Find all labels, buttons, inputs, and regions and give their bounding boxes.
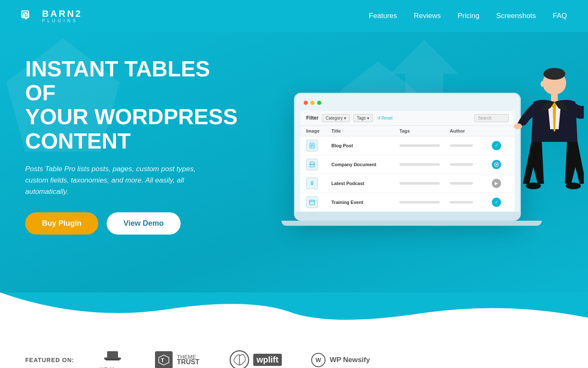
row-title-doc: Company Document — [331, 162, 399, 167]
logo-wplift: wplift — [229, 350, 282, 368]
nav-features[interactable]: Features — [369, 12, 397, 20]
hero-right: Filter Category ▾ Tags ▾ ↺ Reset Search … — [260, 66, 563, 226]
wp-mayor-icon — [102, 347, 123, 364]
dot-yellow — [310, 101, 315, 105]
laptop-mockup: Filter Category ▾ Tags ▾ ↺ Reset Search … — [294, 93, 529, 226]
reset-btn[interactable]: ↺ Reset — [377, 116, 393, 120]
col-title: Title ↑ — [331, 128, 399, 133]
row-title-event: Training Event — [331, 200, 399, 205]
wplift-badge: wplift — [253, 354, 282, 366]
brand-subtitle: PLUGINS — [42, 18, 82, 23]
hero-left: INSTANT TABLES OF YOUR WORDPRESS CONTENT… — [25, 57, 244, 235]
nav-faq[interactable]: FAQ — [553, 12, 567, 20]
svg-point-12 — [496, 164, 497, 165]
nav-pricing[interactable]: Pricing — [458, 12, 480, 20]
logo-wp-mayor: WP Mayor — [100, 347, 126, 368]
svg-rect-15 — [310, 200, 315, 205]
svg-text:T: T — [161, 357, 164, 363]
main-nav: Features Reviews Pricing Screenshots FAQ — [369, 12, 567, 20]
tags-filter[interactable]: Tags ▾ — [353, 114, 373, 122]
featured-section: FEATURED ON: WP Mayor T THEME T — [0, 326, 588, 368]
row-tags-bar-4 — [399, 201, 440, 204]
wplift-icon — [229, 350, 250, 368]
table-header: Image Title ↑ Tags Author — [300, 126, 514, 136]
laptop-base — [295, 212, 520, 219]
hero-section: INSTANT TABLES OF YOUR WORDPRESS CONTENT… — [0, 32, 588, 326]
svg-point-25 — [526, 183, 541, 189]
wpnewsify-icon: W — [311, 353, 326, 367]
hero-content: INSTANT TABLES OF YOUR WORDPRESS CONTENT… — [0, 32, 588, 293]
row-title-podcast: Latest Podcast — [331, 181, 399, 186]
row-tags-bar-1 — [399, 144, 440, 147]
svg-rect-29 — [105, 359, 120, 360]
logo-wpnewsify: W WP Newsify — [311, 353, 370, 367]
row-author-bar-1 — [450, 144, 473, 147]
laptop-foot — [281, 221, 542, 226]
row-icon-pdf: PDF — [306, 159, 318, 170]
person-illustration — [500, 58, 584, 217]
col-author: Author — [450, 128, 492, 133]
row-icon-blog — [306, 140, 318, 151]
table-row: Latest Podcast ▶ — [300, 174, 514, 193]
svg-point-13 — [311, 181, 313, 183]
svg-point-24 — [514, 123, 522, 129]
svg-point-26 — [566, 183, 581, 189]
row-title-blog: Blog Post — [331, 143, 399, 148]
svg-point-20 — [543, 68, 565, 80]
logo[interactable]: BARN2 PLUGINS — [21, 8, 82, 24]
nav-screenshots[interactable]: Screenshots — [496, 12, 536, 20]
table-row: PDF Company Document — [300, 155, 514, 174]
row-icon-event — [306, 196, 318, 208]
logo-themetrust: T THEME TRUST — [155, 351, 199, 368]
hero-description: Posts Table Pro lists posts, pages, cust… — [25, 163, 210, 198]
laptop-screen: Filter Category ▾ Tags ▾ ↺ Reset Search … — [300, 111, 514, 212]
row-tags-bar-2 — [399, 163, 440, 166]
svg-text:PDF: PDF — [310, 163, 315, 166]
themetrust-text: THEME TRUST — [177, 354, 199, 366]
col-image: Image — [306, 128, 331, 133]
featured-label: FEATURED ON: — [25, 357, 74, 363]
category-filter[interactable]: Category ▾ — [322, 114, 349, 122]
row-author-bar-4 — [450, 201, 473, 204]
nav-reviews[interactable]: Reviews — [414, 12, 441, 20]
screen-toolbar: Filter Category ▾ Tags ▾ ↺ Reset Search — [300, 111, 514, 126]
table-row: Training Event ✓ — [300, 193, 514, 212]
featured-logos: WP Mayor T THEME TRUST — [100, 347, 563, 368]
row-tags-bar-3 — [399, 182, 440, 185]
laptop-top-bar — [300, 99, 514, 107]
dot-red — [304, 101, 308, 105]
laptop-screen-container: Filter Category ▾ Tags ▾ ↺ Reset Search … — [294, 93, 521, 221]
svg-rect-22 — [551, 94, 558, 102]
wp-mayor-name: WP Mayor — [100, 366, 126, 368]
table-row: Blog Post ✓ — [300, 136, 514, 155]
site-header: BARN2 PLUGINS Features Reviews Pricing S… — [0, 0, 588, 32]
row-icon-podcast — [306, 177, 318, 189]
dot-green — [317, 101, 321, 105]
filter-label: Filter — [306, 115, 318, 121]
row-author-bar-3 — [450, 182, 473, 185]
view-demo-button[interactable]: View Demo — [107, 212, 181, 235]
themetrust-badge-icon: T — [155, 351, 173, 368]
svg-point-21 — [541, 81, 545, 87]
hero-title: INSTANT TABLES OF YOUR WORDPRESS CONTENT — [25, 57, 244, 153]
hero-buttons: Buy Plugin View Demo — [25, 212, 244, 235]
row-author-bar-2 — [450, 163, 473, 166]
brand-name: BARN2 — [42, 9, 82, 18]
col-tags: Tags — [399, 128, 450, 133]
buy-plugin-button[interactable]: Buy Plugin — [25, 212, 98, 235]
wpnewsify-name: WP Newsify — [330, 356, 370, 364]
